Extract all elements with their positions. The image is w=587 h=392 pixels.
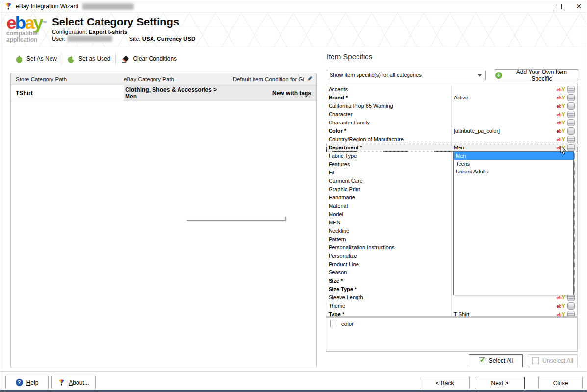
database-icon[interactable] [567, 302, 575, 310]
plus-icon: + [495, 72, 502, 79]
empty-checkbox-icon [532, 357, 539, 364]
close-button[interactable]: Close [538, 377, 583, 389]
configuration-value: Export t-shirts [89, 29, 128, 35]
category-filter-dropdown[interactable]: Show item specific(s) for all categories [327, 70, 486, 80]
item-specific-value[interactable] [452, 119, 557, 127]
item-specific-value[interactable] [452, 85, 557, 94]
add-item-specific-label: Add Your Own Item Specific [506, 69, 578, 82]
ebay-icon[interactable]: ebY [557, 102, 565, 110]
help-icon: ? [16, 379, 23, 386]
item-specific-value[interactable]: Active [452, 94, 557, 102]
item-specific-row[interactable]: ThemeebY [326, 302, 577, 310]
next-button[interactable]: Next > [475, 377, 525, 389]
column-header-store-path[interactable]: Store Category Path [11, 76, 124, 82]
item-specific-name: Color * [326, 127, 452, 135]
edit-pencil-icon[interactable] [306, 75, 313, 83]
item-specific-name: Department * [326, 144, 452, 152]
configuration-line: Configuration: Export t-shirts [52, 29, 127, 35]
item-specific-value[interactable] [452, 102, 557, 110]
item-specific-value[interactable] [452, 135, 557, 144]
store-category-cell[interactable]: TShirt [11, 85, 124, 101]
ebay-icon[interactable]: ebY [557, 127, 565, 135]
user-label: User: [52, 36, 65, 42]
user-site-line: User:Site: USA, Currency USD [52, 36, 195, 42]
dropdown-option[interactable]: Men [454, 152, 573, 160]
back-button[interactable]: < Back [420, 377, 470, 389]
maximize-button[interactable] [556, 4, 562, 9]
item-specific-name: Graphic Print [326, 185, 452, 194]
select-all-button[interactable]: ✓ Select All [469, 354, 523, 367]
app-icon [4, 2, 12, 10]
add-item-specific-button[interactable]: + Add Your Own Item Specific [495, 69, 578, 81]
item-specific-row[interactable]: AccentsebY [326, 85, 577, 94]
ebay-icon[interactable]: ebY [557, 94, 565, 102]
apple-used-icon [67, 55, 75, 63]
database-icon[interactable] [567, 119, 575, 126]
item-specific-name: Model [326, 210, 452, 219]
dropdown-option[interactable]: Unisex Adults [454, 168, 573, 175]
item-specific-value[interactable]: [attribute_pa_color] [452, 127, 557, 135]
database-icon[interactable] [567, 86, 575, 93]
site-label: Site: [129, 36, 140, 42]
item-specific-row[interactable]: CharacterebY [326, 110, 577, 119]
item-specific-name: Garment Care [326, 177, 452, 185]
ebay-icon[interactable]: ebY [557, 111, 565, 119]
item-specific-value[interactable]: T-Shirt [452, 310, 557, 317]
ebay-icon[interactable]: ebY [557, 119, 565, 127]
item-specific-name: Handmade [326, 194, 452, 202]
eraser-icon [121, 55, 129, 63]
item-specific-name: Theme [326, 302, 452, 310]
column-header-ebay-path[interactable]: eBay Category Path [124, 76, 227, 82]
item-specific-name: Brand * [326, 94, 452, 102]
ebay-icon[interactable]: ebY [557, 311, 565, 317]
ebay-category-cell[interactable]: Clothing, Shoes & Accessories > Men [124, 85, 227, 101]
database-icon[interactable] [567, 102, 575, 110]
department-options-dropdown[interactable]: MenTeensUnisex Adults [453, 151, 574, 295]
table-row[interactable]: TShirt Clothing, Shoes & Accessories > M… [11, 85, 316, 101]
apple-new-icon [15, 55, 23, 63]
clear-conditions-button[interactable]: Clear Conditions [116, 55, 181, 63]
about-button[interactable]: About... [51, 376, 96, 389]
item-specific-row[interactable]: Color *[attribute_pa_color]ebY [326, 127, 577, 135]
item-specific-row[interactable]: Country/Region of ManufactureebY [326, 135, 577, 144]
database-icon[interactable] [567, 94, 575, 101]
ebay-icon[interactable]: ebY [557, 136, 565, 144]
item-specific-value[interactable] [452, 302, 557, 310]
item-specific-row[interactable]: Type *T-ShirtebY [326, 310, 577, 317]
item-specific-row[interactable]: Brand *ActiveebY [326, 94, 577, 102]
color-checkbox[interactable] [330, 320, 337, 327]
item-specific-value[interactable] [452, 110, 557, 119]
item-specific-row[interactable]: California Prop 65 WarningebY [326, 102, 577, 110]
database-icon[interactable] [567, 144, 575, 151]
ebay-icon[interactable]: ebY [557, 86, 565, 94]
item-specific-name: Pattern [326, 235, 452, 244]
condition-toolbar: Set As New Set as Used Clear Conditions [10, 52, 181, 66]
item-specific-name: MPN [326, 219, 452, 227]
help-button[interactable]: ? Help [5, 376, 49, 389]
set-as-new-button[interactable]: Set As New [10, 55, 62, 63]
select-all-label: Select All [489, 357, 513, 364]
database-icon[interactable] [567, 311, 575, 317]
item-specific-name: Character Family [326, 119, 452, 127]
database-icon[interactable] [567, 127, 575, 135]
item-specific-name: Personalize [326, 252, 452, 260]
set-as-new-label: Set As New [26, 55, 57, 62]
database-icon[interactable] [567, 136, 575, 143]
configuration-label: Configuration: [52, 29, 87, 35]
ebay-icon[interactable]: ebY [557, 302, 565, 310]
item-specific-row[interactable]: Character FamilyebY [326, 119, 577, 127]
wizard-header: ebay™ compatible application Select Cate… [0, 13, 587, 47]
footer-separator [0, 371, 587, 372]
item-specific-name: Size Type * [326, 285, 452, 294]
condition-cell[interactable]: New with tags [227, 85, 316, 101]
close-window-button[interactable]: ✕ [576, 0, 582, 13]
unselect-all-button[interactable]: Unselect All [528, 354, 578, 367]
item-specific-value[interactable]: Men [452, 144, 557, 152]
item-specific-row[interactable]: Department *MenebY [326, 144, 577, 152]
item-specific-name: Product Line [326, 260, 452, 269]
dropdown-option[interactable]: Teens [454, 160, 573, 168]
set-as-used-button[interactable]: Set as Used [62, 55, 115, 63]
database-icon[interactable] [567, 111, 575, 118]
column-header-condition[interactable]: Default Item Condition for Gi [227, 75, 316, 83]
logo-tagline-2: application [6, 37, 45, 43]
